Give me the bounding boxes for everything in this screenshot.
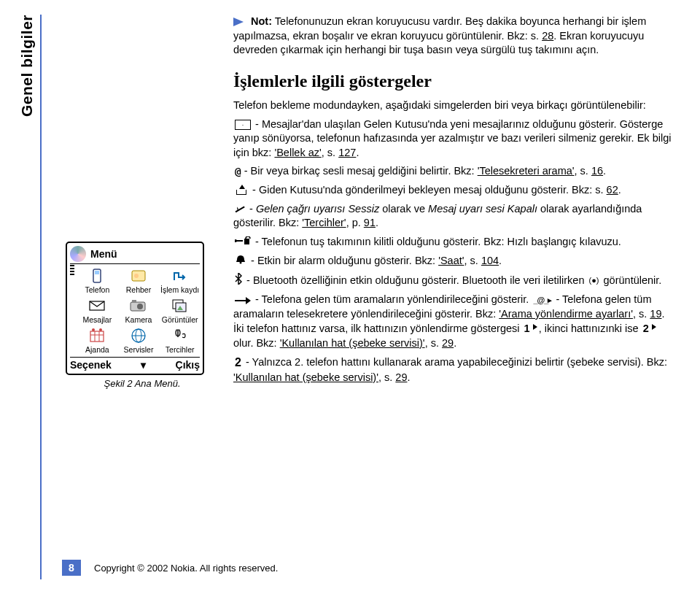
link-telesekreter[interactable]: 'Telesekreteri arama'	[478, 165, 575, 177]
line1-fwd-icon: 1	[524, 322, 537, 336]
item-voicemail: @ - Bir veya birkaç sesli mesaj geldiğin…	[233, 164, 674, 179]
item-bluetooth: - Bluetooth özelliğinin etkin olduğunu g…	[233, 273, 674, 289]
link-hat-2[interactable]: 'Kullanılan hat (şebeke servisi)'	[233, 371, 378, 383]
swirl-icon	[70, 246, 86, 262]
app-goruntuler: Görüntüler	[160, 297, 200, 324]
link-104[interactable]: 104	[481, 255, 499, 266]
page-number: 8	[62, 560, 81, 576]
link-tercihler[interactable]: 'Tercihler'	[302, 217, 346, 228]
section-side-label: Genel bilgiler	[18, 15, 36, 117]
silent-icon	[235, 204, 245, 215]
svg-point-21	[235, 239, 237, 242]
link-arama-yonlendirme[interactable]: 'Arama yönlendirme ayarları'	[499, 308, 633, 320]
item-lock: - Telefonun tuş takımının kilitli olduğu…	[233, 235, 674, 250]
app-islem: İşlem kaydı	[160, 267, 200, 294]
link-19[interactable]: 19	[650, 308, 661, 320]
svg-point-3	[134, 274, 139, 278]
side-rule	[40, 15, 42, 579]
line2-fwd-icon: 2	[643, 322, 656, 336]
item-alarm: - Etkin bir alarm olduğunu gösterir. Bkz…	[233, 254, 674, 269]
svg-point-6	[137, 304, 143, 309]
bluetooth-icon	[235, 273, 242, 289]
note-block: Not: Telefonunuzun ekran koruyucusu vard…	[233, 15, 674, 58]
softkey-left: Seçenek	[70, 359, 112, 371]
note-arrow-icon	[233, 18, 244, 26]
forward-vm-icon: _@_▸	[533, 295, 551, 306]
link-91[interactable]: 91	[364, 217, 376, 228]
link-saat[interactable]: 'Saat'	[438, 255, 464, 266]
link-16[interactable]: 16	[591, 165, 603, 177]
signal-icon	[70, 265, 74, 275]
softkey-right: Çıkış	[176, 359, 200, 371]
item-silent: - Gelen çağrı uyarısı Sessiz olarak ve M…	[233, 202, 674, 231]
link-hat-1[interactable]: 'Kullanılan hat (şebeke servisi)'	[280, 337, 425, 349]
outbox-icon	[235, 186, 248, 195]
svg-point-14	[92, 328, 95, 331]
phone-screen: Menü Telefon Rehber	[66, 242, 204, 375]
copyright-text: Copyright © 2002 Nokia. All rights reser…	[94, 563, 278, 574]
intro-text: Telefon bekleme modundayken, aşağıdaki s…	[233, 99, 674, 113]
link-62[interactable]: 62	[607, 184, 618, 196]
alarm-icon	[235, 254, 246, 269]
softkey-arrow: ▾	[141, 359, 146, 371]
app-rehber: Rehber	[119, 267, 159, 294]
link-29a[interactable]: 29	[442, 337, 454, 349]
item-forward: - Telefona gelen tüm aramaların yönlendi…	[233, 293, 674, 350]
bluetooth-conn-icon: (●)	[589, 275, 599, 286]
app-servisler: Servisler	[119, 327, 159, 354]
forward-icon	[235, 297, 251, 304]
svg-rect-1	[95, 271, 99, 274]
lock-icon	[235, 235, 251, 250]
link-127[interactable]: 127	[338, 147, 356, 158]
app-ajanda: Ajanda	[77, 327, 117, 354]
svg-rect-19	[244, 239, 249, 244]
item-line2: 2 - Yalnızca 2. telefon hattını kullanar…	[233, 355, 674, 385]
page-footer: 8 Copyright © 2002 Nokia. All rights res…	[62, 560, 278, 576]
link-bellek-az[interactable]: 'Bellek az'	[274, 147, 321, 158]
note-label: Not:	[251, 15, 272, 27]
envelope-icon	[235, 120, 251, 130]
svg-point-15	[99, 328, 102, 331]
svg-rect-7	[132, 300, 136, 303]
figure-caption: Şekil 2 Ana Menü.	[66, 378, 219, 389]
voicemail-icon: @	[235, 165, 240, 180]
item-envelope: - Mesajlar'dan ulaşılan Gelen Kutusu'nda…	[233, 117, 674, 161]
app-telefon: Telefon	[77, 267, 117, 294]
app-mesajlar: Mesajlar	[77, 297, 117, 324]
phone-figure: Menü Telefon Rehber	[66, 242, 219, 389]
line2-icon: 2	[235, 355, 241, 371]
app-kamera: Kamera	[119, 297, 159, 324]
note-link-28[interactable]: 28	[542, 30, 553, 42]
svg-rect-10	[90, 331, 104, 342]
app-tercihler: Tercihler	[160, 327, 200, 354]
svg-point-22	[240, 262, 242, 264]
phone-menu-title: Menü	[90, 248, 117, 260]
item-outbox: - Giden Kutusu'nda gönderilmeyi bekleyen…	[233, 183, 674, 198]
section-heading: İşlemlerle ilgili göstergeler	[233, 69, 674, 93]
link-29b[interactable]: 29	[395, 371, 407, 383]
